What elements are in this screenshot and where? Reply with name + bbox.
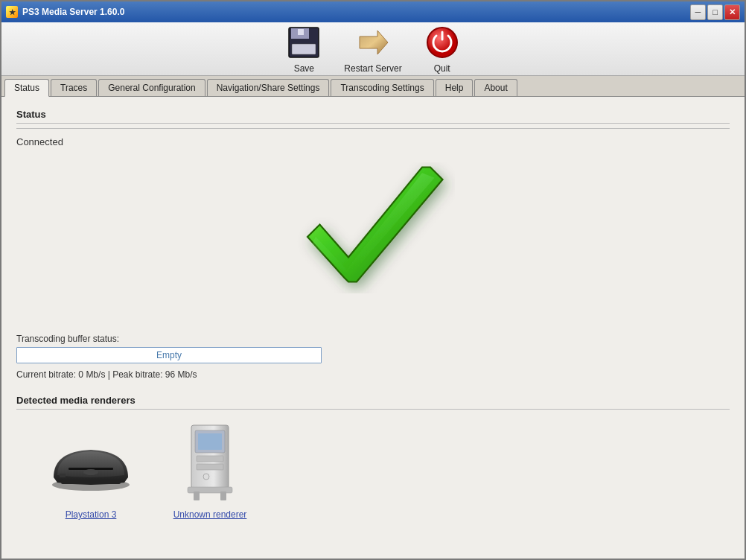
restart-label: Restart Server: [344, 63, 401, 74]
svg-rect-14: [197, 456, 223, 462]
main-window: ★ PS3 Media Server 1.60.0 ─ □ ✕ Save: [0, 0, 746, 560]
title-separator: [16, 128, 730, 129]
title-bar: ★ PS3 Media Server 1.60.0 ─ □ ✕: [1, 1, 745, 22]
app-icon: ★: [6, 6, 18, 18]
maximize-button[interactable]: □: [707, 4, 723, 20]
svg-rect-18: [194, 491, 200, 500]
progress-bar: Empty: [16, 347, 322, 363]
window-controls: ─ □ ✕: [690, 4, 740, 20]
unknown-renderer-image: [180, 421, 240, 503]
tab-about[interactable]: About: [474, 79, 517, 96]
ps3-image: [46, 429, 136, 503]
svg-rect-19: [220, 491, 226, 500]
restart-icon: [357, 26, 389, 59]
renderers-list: Playstation 3: [16, 421, 730, 520]
tab-navigation[interactable]: Navigation/Share Settings: [207, 79, 330, 96]
unknown-renderer-icon: [165, 421, 255, 503]
save-icon: [287, 26, 320, 59]
restart-icon-container: [355, 25, 391, 60]
svg-rect-3: [292, 44, 316, 54]
tab-transcoding[interactable]: Transcoding Settings: [331, 79, 433, 96]
save-label: Save: [294, 63, 314, 74]
svg-rect-15: [197, 464, 223, 470]
quit-icon-container: [424, 25, 460, 60]
title-bar-left: ★ PS3 Media Server 1.60.0: [6, 6, 124, 18]
renderer-ps3[interactable]: Playstation 3: [46, 421, 136, 520]
svg-point-16: [203, 474, 209, 480]
buffer-empty-text: Empty: [17, 348, 321, 363]
quit-icon: [426, 26, 459, 59]
renderers-label: Detected media renderers: [16, 395, 730, 410]
tab-help[interactable]: Help: [436, 79, 474, 96]
content-area: Status Connected: [1, 97, 745, 559]
save-button[interactable]: Save: [286, 25, 322, 74]
restart-button[interactable]: Restart Server: [344, 25, 401, 74]
buffer-section: Transcoding buffer status: Empty Current…: [16, 334, 730, 380]
section-title: Status: [16, 109, 730, 124]
ps3-icon: [46, 421, 136, 503]
minimize-button[interactable]: ─: [690, 4, 706, 20]
toolbar: Save Restart Server: [1, 22, 745, 76]
connection-status: Connected: [16, 136, 730, 147]
renderers-section: Detected media renderers: [16, 395, 730, 520]
tabs-bar: Status Traces General Configuration Navi…: [1, 76, 745, 97]
svg-marker-4: [360, 31, 388, 54]
svg-rect-9: [60, 474, 66, 477]
quit-label: Quit: [434, 63, 450, 74]
save-icon-container: [286, 25, 322, 60]
window-title: PS3 Media Server 1.60.0: [22, 7, 124, 17]
svg-rect-2: [298, 29, 304, 35]
tab-traces[interactable]: Traces: [51, 79, 97, 96]
checkmark-container: [16, 162, 730, 311]
tab-status[interactable]: Status: [4, 79, 49, 97]
svg-point-8: [83, 469, 98, 475]
status-checkmark-icon: [291, 162, 455, 311]
close-button[interactable]: ✕: [724, 4, 740, 20]
quit-button[interactable]: Quit: [424, 25, 460, 74]
bitrate-info: Current bitrate: 0 Mb/s | Peak bitrate: …: [16, 369, 730, 380]
renderer-unknown[interactable]: Unknown renderer: [165, 421, 255, 520]
tab-general[interactable]: General Configuration: [98, 79, 205, 96]
svg-rect-13: [198, 433, 222, 450]
ps3-label: Playstation 3: [66, 509, 117, 520]
svg-rect-10: [61, 480, 121, 484]
buffer-label: Transcoding buffer status:: [16, 334, 730, 344]
unknown-renderer-label: Unknown renderer: [173, 509, 247, 520]
